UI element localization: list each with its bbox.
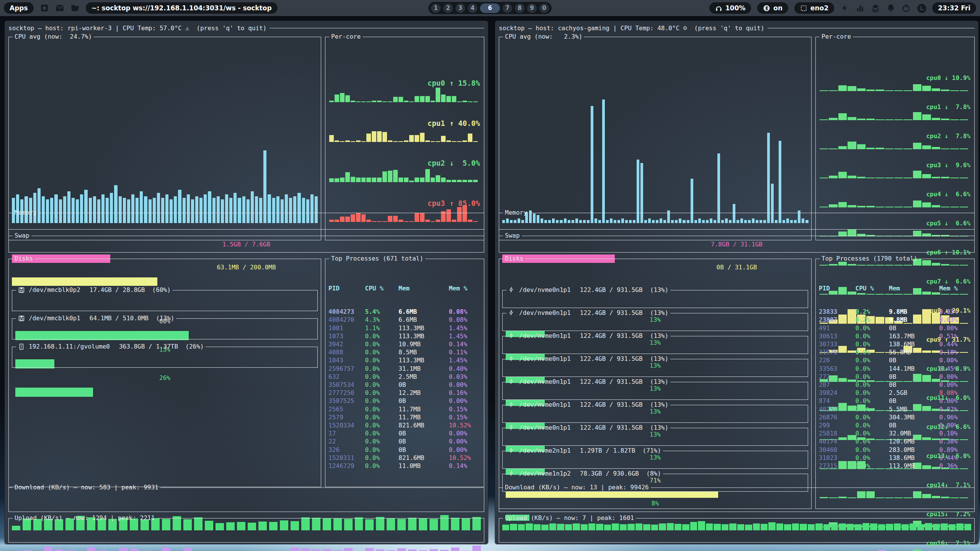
upload-chart	[502, 546, 971, 551]
core-name: cpu0	[926, 74, 944, 82]
mail-icon[interactable]	[55, 3, 64, 13]
core-name: cpu11	[926, 394, 944, 401]
process-cpu: 0.0%	[365, 454, 399, 462]
layers-icon[interactable]	[871, 3, 880, 13]
apps-button[interactable]: Apps	[4, 2, 34, 14]
disk-usage: 78.3GB / 930.6GB (8%)	[580, 471, 661, 477]
process-mem: 56.8MB	[889, 348, 939, 356]
process-cpu: 5.4%	[365, 308, 399, 316]
memory-title: Memory	[13, 210, 39, 216]
trend-arrow-icon: ↓	[449, 159, 454, 167]
power-profile-icon[interactable]	[840, 3, 849, 13]
process-row: 27315 0.0% 113.9MB 0.36%	[819, 462, 971, 470]
process-mem-percent: 0.16%	[449, 389, 481, 397]
process-row: 1520334 0.0% 821.6MB 10.52%	[328, 421, 481, 429]
process-row: 226 0.0% 0B 0.00%	[819, 356, 971, 364]
clock[interactable]: 23:32 Fri	[932, 2, 976, 14]
process-mem: 6.6MB	[399, 316, 449, 324]
terminal-window-rpi-worker-3[interactable]: socktop — host: rpi-worker-3 | CPU Temp:…	[5, 21, 488, 544]
bluetooth-indicator[interactable]: on	[757, 2, 788, 14]
process-mem: 2.5MB	[399, 373, 449, 381]
process-row: 23807 0.2% 9.8MB 0.03%	[819, 316, 971, 324]
workspace-button[interactable]: 9	[527, 3, 537, 13]
disk-entry-title: /dev/nvme0n1p1 122.4GB / 931.5GB (13%)	[506, 355, 670, 362]
terminal-window-cachyos-gaming[interactable]: socktop — host: cachyos-gaming | CPU Tem…	[495, 21, 978, 544]
process-cpu: 0.0%	[365, 437, 399, 445]
window-title-pill[interactable]: ~: socktop ws://192.168.1.104:3031/ws - …	[86, 2, 278, 14]
cpu-avg-panel: CPU avg (now: 24.7%)	[8, 34, 321, 240]
core-name: cpu5	[926, 220, 944, 227]
workspace-button[interactable]: 0	[539, 3, 549, 13]
workspace-button[interactable]: 4	[468, 3, 477, 13]
process-pid: 326	[328, 446, 365, 454]
disk-usage: 122.4GB / 931.5GB (13%)	[580, 402, 668, 408]
core-label: cpu11↓6.0%	[926, 394, 970, 401]
process-mem-percent: 0.08%	[449, 308, 481, 316]
disk-entry: /dev/nvme0n1p1 122.4GB / 931.5GB (13%) 1…	[502, 333, 808, 354]
processes-header: PID CPU % Mem Mem %	[819, 284, 971, 292]
process-cpu: 0.0%	[856, 421, 889, 429]
upload-title: Upload (KB/s) — now: 1294 | peak: 2211	[13, 515, 157, 521]
disk-entry-title: /dev/nvme0n1p1 122.4GB / 931.5GB (13%)	[506, 333, 670, 339]
apps-label: Apps	[10, 4, 28, 12]
process-row: 4088 0.0% 8.5MB 0.11%	[328, 348, 481, 356]
process-cpu: 0.0%	[856, 356, 889, 364]
network-name: eno2	[810, 4, 828, 12]
core-name: cpu12	[926, 423, 944, 430]
col-memp: Mem %	[449, 284, 481, 292]
workspace-button[interactable]: 7	[503, 3, 512, 13]
folder-icon[interactable]	[70, 3, 80, 13]
process-pid: 3507525	[328, 397, 365, 405]
core-value: 6.0%	[948, 394, 970, 401]
process-mem: 31.1MB	[399, 365, 449, 373]
process-mem-percent: 1.45%	[449, 332, 481, 340]
core-value: 10.1%	[948, 249, 970, 256]
disk-name: /dev/mmcblk0p1	[29, 315, 80, 321]
disk-entry-title: /dev/mmcblk0p2 17.4GB / 28.8GB (60%)	[16, 287, 173, 293]
power-icon[interactable]	[902, 3, 911, 13]
processes-header: PID CPU % Mem Mem %	[328, 284, 481, 292]
workspace-button[interactable]: 6	[480, 3, 500, 13]
process-cpu: 0.0%	[856, 405, 889, 413]
process-mem: 5.5MB	[889, 405, 939, 413]
disk-entry: /dev/nvme0n1p1 122.4GB / 931.5GB (13%) 1…	[502, 401, 808, 423]
process-cpu: 0.0%	[856, 429, 889, 437]
process-mem-percent: 1.45%	[449, 356, 481, 364]
window-icon[interactable]	[40, 3, 49, 13]
core-value: 9.6%	[948, 161, 970, 169]
panel-logo-icon[interactable]	[917, 3, 926, 13]
trend-arrow-icon: ↓	[945, 394, 949, 401]
process-pid: 30460	[819, 446, 856, 454]
disk-usage: 122.4GB / 931.5GB (13%)	[580, 425, 668, 431]
percore-row: cpu0↓10.9%	[819, 63, 971, 92]
process-pid: 31976	[819, 348, 856, 356]
trend-arrow-icon: ↓	[945, 365, 949, 372]
disk-usage: 363.8GB / 1.37TB (26%)	[119, 344, 204, 350]
workspace-button[interactable]: 3	[456, 3, 465, 13]
stats-bars-icon[interactable]	[856, 3, 865, 13]
process-cpu: 4.3%	[365, 316, 399, 324]
core-label: cpu16↓7.1%	[926, 540, 970, 547]
process-mem-percent: 0.40%	[449, 365, 481, 373]
workspace-button[interactable]: 8	[515, 3, 524, 13]
process-mem-percent: 0.14%	[449, 340, 481, 348]
disk-entry: /dev/nvme0n1p1 122.4GB / 931.5GB (13%) 1…	[502, 424, 808, 446]
disk-list: /dev/nvme0n1p1 122.4GB / 931.5GB (13%) 1…	[502, 287, 808, 492]
network-indicator[interactable]: eno2	[794, 2, 834, 14]
core-label: cpu10↓8.9%	[926, 365, 970, 372]
disk-usage: 122.4GB / 931.5GB (13%)	[580, 287, 668, 293]
volume-indicator[interactable]: 100%	[709, 2, 751, 14]
process-pid: 2596757	[328, 365, 365, 373]
network-icon	[800, 5, 807, 12]
process-mem-percent: 10.52%	[449, 454, 481, 462]
process-cpu: 0.0%	[365, 446, 399, 454]
disk-entry-title: /dev/nvme0n1p1 122.4GB / 931.5GB (13%)	[506, 287, 670, 293]
workspace-button[interactable]: 1	[431, 3, 441, 13]
core-label: cpu4↓6.6%	[926, 191, 970, 198]
workspace-button[interactable]: 2	[443, 3, 453, 13]
notification-bell-icon[interactable]	[886, 3, 895, 13]
disks-panel: Disks /dev/mmcblk0p2 17.4GB / 28.8GB (60…	[8, 256, 321, 487]
process-cpu: 0.0%	[856, 446, 889, 454]
core-name: cpu7	[926, 278, 944, 285]
process-row: 2565 0.0% 11.7MB 0.15%	[328, 405, 481, 413]
